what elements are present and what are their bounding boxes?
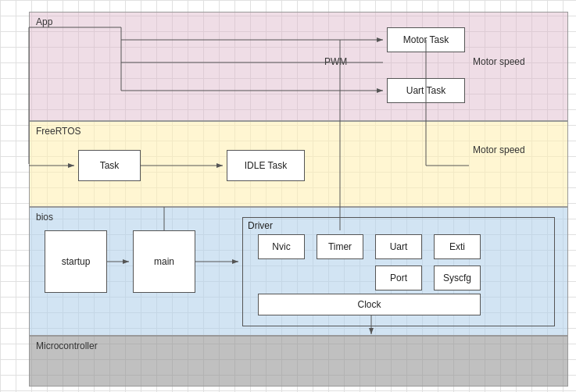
pwm-label: PWM (324, 56, 347, 67)
motor-speed-freertos-label: Motor speed (473, 144, 525, 155)
uart-label: Uart (390, 241, 408, 252)
clock-label: Clock (357, 299, 381, 310)
clock-box: Clock (258, 294, 481, 315)
layer-microcontroller: Microcontroller (29, 336, 568, 387)
nvic-label: Nvic (272, 241, 290, 252)
freertos-label: FreeRTOS (36, 126, 81, 137)
startup-label: startup (62, 256, 91, 267)
motor-task-label: Motor Task (403, 34, 449, 45)
syscfg-box: Syscfg (434, 265, 481, 290)
timer-box: Timer (317, 234, 363, 259)
timer-label: Timer (328, 241, 352, 252)
port-box: Port (375, 265, 422, 290)
task-box: Task (78, 150, 141, 181)
syscfg-label: Syscfg (443, 273, 471, 283)
uart-task-label: Uart Task (406, 85, 445, 96)
main-label: main (154, 256, 174, 267)
exti-box: Exti (434, 234, 481, 259)
motor-speed-app-label: Motor speed (473, 56, 525, 67)
task-label: Task (100, 160, 120, 171)
exti-label: Exti (449, 241, 465, 252)
nvic-box: Nvic (258, 234, 305, 259)
uart-task-box: Uart Task (387, 78, 465, 103)
startup-box: startup (45, 230, 107, 293)
microcontroller-label: Microcontroller (36, 340, 98, 351)
diagram: App FreeRTOS bios Microcontroller Motor … (0, 0, 576, 392)
main-box: main (133, 230, 195, 293)
uart-box: Uart (375, 234, 422, 259)
app-label: App (36, 16, 52, 27)
driver-label: Driver (248, 220, 273, 231)
port-label: Port (390, 273, 407, 283)
idle-task-box: IDLE Task (227, 150, 305, 181)
motor-task-box: Motor Task (387, 27, 465, 52)
idle-task-label: IDLE Task (245, 160, 287, 171)
bios-label: bios (36, 212, 53, 223)
